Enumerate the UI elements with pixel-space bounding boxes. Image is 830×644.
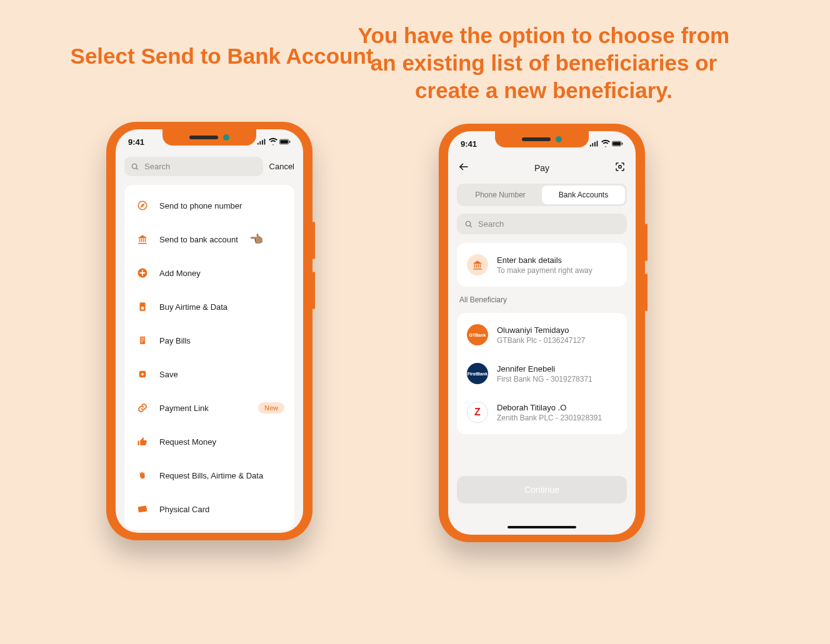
beneficiary-row[interactable]: GTBankOluwaniyi TemidayoGTBank Plc - 013… [457, 315, 627, 354]
search-placeholder: Search [144, 162, 170, 171]
sim-icon [134, 299, 151, 315]
headline-left: Select Send to Bank Account [62, 42, 381, 70]
svg-point-17 [619, 166, 622, 169]
receipt-icon [134, 332, 151, 349]
cancel-button[interactable]: Cancel [269, 162, 294, 171]
svg-rect-9 [141, 307, 144, 310]
beneficiary-row[interactable]: FirstBankJennifer EnebeliFirst Bank NG -… [457, 354, 627, 393]
beneficiary-list: GTBankOluwaniyi TemidayoGTBank Plc - 013… [457, 313, 627, 434]
link-icon [134, 400, 151, 416]
enter-bank-title: Enter bank details [497, 255, 592, 265]
menu-item-label: Pay Bills [159, 336, 191, 345]
piggy-icon [134, 366, 151, 382]
thumb-icon [134, 433, 151, 450]
arrow-left-icon [458, 161, 469, 172]
bank-avatar: Z [467, 402, 488, 423]
bank-icon [472, 259, 483, 270]
wave-icon [134, 467, 151, 483]
screen-left: 9:41 Search Cancel Send to phone numberS… [116, 129, 303, 533]
menu-item-label: Payment Link [159, 404, 209, 413]
svg-rect-15 [622, 142, 622, 144]
pointing-hand-icon: 👈🏽 [249, 232, 263, 246]
tab-phone-number[interactable]: Phone Number [459, 186, 542, 204]
status-time: 9:41 [461, 139, 477, 149]
bank-avatar: GTBank [467, 324, 488, 345]
svg-rect-12 [138, 506, 148, 513]
svg-point-11 [141, 373, 144, 375]
menu-item-label: Save [159, 370, 178, 379]
search-input[interactable]: Search [124, 157, 263, 176]
scan-button[interactable] [614, 161, 626, 175]
beneficiary-account: First Bank NG - 3019278371 [497, 375, 592, 384]
beneficiary-account: GTBank Plc - 0136247127 [497, 336, 585, 345]
page-title: Pay [534, 163, 549, 173]
notch [495, 131, 589, 147]
beneficiary-account: Zenith Bank PLC - 2301928391 [497, 414, 602, 422]
bank-avatar: FirstBank [467, 363, 488, 384]
continue-button[interactable]: Continue [457, 476, 627, 503]
menu-item-label: Request Bills, Airtime & Data [159, 471, 263, 480]
beneficiary-name: Oluwaniyi Temidayo [497, 325, 585, 335]
enter-bank-sub: To make payment right away [497, 266, 592, 275]
beneficiary-name: Deborah Titilayo .O [497, 403, 602, 412]
phone-mock-right: 9:41 Pay Phone Number Bank Accounts Sear… [439, 124, 645, 542]
screen-right: 9:41 Pay Phone Number Bank Accounts Sear… [448, 131, 636, 535]
menu-item-thumb[interactable]: Request Money [124, 425, 294, 458]
menu-item-compass[interactable]: Send to phone number [124, 189, 294, 222]
status-icons [589, 138, 623, 149]
action-menu: Send to phone numberSend to bank account… [124, 185, 294, 530]
menu-item-bank[interactable]: Send to bank account👈🏽 [124, 222, 294, 256]
search-icon [464, 220, 473, 229]
menu-item-label: Send to phone number [159, 201, 242, 211]
status-time: 9:41 [128, 137, 144, 147]
search-placeholder: Search [478, 219, 504, 229]
scan-icon [614, 161, 626, 172]
bank-icon [134, 231, 151, 247]
tab-bank-accounts[interactable]: Bank Accounts [542, 186, 625, 204]
beneficiary-search-input[interactable]: Search [457, 214, 627, 234]
beneficiary-name: Jennifer Enebeli [497, 364, 592, 374]
menu-item-link[interactable]: Payment LinkNew [124, 391, 294, 425]
svg-rect-1 [280, 140, 288, 144]
home-indicator [508, 526, 576, 528]
compass-icon [134, 197, 151, 214]
svg-line-19 [470, 225, 472, 227]
svg-rect-14 [612, 142, 620, 146]
menu-item-label: Physical Card [159, 505, 209, 514]
account-type-tabs: Phone Number Bank Accounts [457, 184, 627, 206]
menu-item-sim[interactable]: Buy Airtime & Data [124, 290, 294, 324]
status-icons [257, 136, 291, 147]
plus-icon [134, 265, 151, 281]
menu-item-label: Buy Airtime & Data [159, 302, 228, 312]
notch [162, 129, 256, 146]
search-icon [131, 162, 139, 171]
menu-item-label: Add Money [159, 269, 201, 278]
menu-item-wave[interactable]: Request Bills, Airtime & Data [124, 458, 294, 492]
all-beneficiary-label: All Beneficiary [459, 295, 624, 304]
svg-rect-2 [289, 141, 290, 142]
menu-item-piggy[interactable]: Save [124, 357, 294, 391]
svg-marker-6 [141, 204, 144, 207]
menu-item-card[interactable]: Physical Card [124, 492, 294, 526]
phone-mock-left: 9:41 Search Cancel Send to phone numberS… [106, 122, 312, 540]
beneficiary-row[interactable]: ZDeborah Titilayo .OZenith Bank PLC - 23… [457, 393, 627, 432]
back-button[interactable] [458, 161, 469, 175]
menu-item-plus[interactable]: Add Money [124, 256, 294, 290]
headline-right: You have the option to choose from an ex… [350, 22, 738, 104]
menu-item-label: Send to bank account [159, 235, 238, 244]
new-badge: New [258, 402, 284, 414]
menu-item-label: Request Money [159, 437, 216, 447]
menu-item-receipt[interactable]: Pay Bills [124, 324, 294, 357]
svg-line-4 [136, 167, 138, 169]
card-icon [134, 501, 151, 517]
enter-bank-details[interactable]: Enter bank details To make payment right… [457, 243, 627, 287]
